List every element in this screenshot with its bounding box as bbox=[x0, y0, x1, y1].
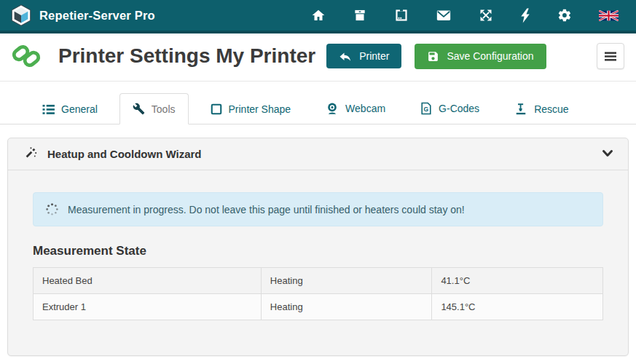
brand-home-link[interactable]: Repetier-Server Pro bbox=[10, 4, 155, 26]
page-title: Printer Settings My Printer bbox=[58, 44, 315, 68]
device-state-cell: Heating bbox=[261, 268, 432, 294]
measurement-state-table: Heated Bed Heating 41.1°C Extruder 1 Hea… bbox=[33, 267, 603, 320]
tab-webcam[interactable]: Webcam bbox=[313, 92, 399, 124]
square-outline-icon bbox=[211, 103, 222, 115]
save-configuration-button[interactable]: Save Configuration bbox=[415, 44, 546, 69]
tab-printer-shape[interactable]: Printer Shape bbox=[197, 94, 305, 124]
magic-wand-icon bbox=[24, 147, 37, 160]
device-name-cell: Extruder 1 bbox=[34, 294, 262, 320]
page-header: Printer Settings My Printer Printer Save… bbox=[0, 33, 636, 82]
wizard-panel-header[interactable]: Heatup and Cooldown Wizard bbox=[8, 138, 628, 170]
fullscreen-icon[interactable] bbox=[479, 8, 493, 23]
tab-rescue[interactable]: Rescue bbox=[501, 93, 581, 124]
hamburger-menu-icon bbox=[605, 52, 616, 61]
tools-wrench-icon bbox=[133, 103, 145, 115]
power-bolt-icon[interactable] bbox=[520, 8, 530, 23]
measurement-state-heading: Measurement State bbox=[33, 244, 603, 258]
heatup-cooldown-wizard-panel: Heatup and Cooldown Wizard bbox=[7, 138, 629, 356]
table-row: Extruder 1 Heating 145.1°C bbox=[34, 294, 603, 320]
wizard-panel-title: Heatup and Cooldown Wizard bbox=[47, 148, 202, 160]
gcode-file-icon: G bbox=[420, 102, 432, 115]
device-state-cell: Heating bbox=[261, 294, 432, 320]
context-menu-button[interactable] bbox=[597, 43, 624, 69]
archive-box-icon[interactable] bbox=[353, 8, 367, 23]
tab-webcam-label: Webcam bbox=[345, 103, 385, 114]
tab-general[interactable]: General bbox=[29, 94, 111, 124]
tab-printer-shape-label: Printer Shape bbox=[229, 103, 291, 115]
rescue-extruder-icon bbox=[514, 103, 527, 115]
spinner-icon bbox=[45, 202, 59, 216]
printer-button-label: Printer bbox=[359, 50, 389, 62]
tab-tools[interactable]: Tools bbox=[119, 93, 189, 124]
messages-icon[interactable] bbox=[436, 8, 452, 23]
settings-gear-icon[interactable] bbox=[557, 8, 572, 23]
top-navbar: Repetier-Server Pro bbox=[0, 0, 636, 33]
brand-name: Repetier-Server Pro bbox=[39, 9, 155, 23]
webcam-icon bbox=[326, 102, 339, 115]
chevron-down-icon[interactable] bbox=[602, 149, 613, 158]
tab-tools-label: Tools bbox=[152, 103, 176, 115]
measurement-progress-alert: Measurement in progress. Do not leave th… bbox=[33, 192, 603, 226]
save-button-label: Save Configuration bbox=[447, 50, 533, 62]
settings-tab-bar: General Tools Printer Shape Webcam G bbox=[0, 82, 636, 124]
list-icon bbox=[42, 104, 55, 115]
navbar-icon-menu bbox=[311, 8, 626, 23]
reply-arrow-icon bbox=[339, 50, 352, 62]
device-name-cell: Heated Bed bbox=[34, 268, 262, 294]
svg-text:G: G bbox=[424, 106, 429, 113]
printer-back-button[interactable]: Printer bbox=[326, 44, 401, 68]
home-icon[interactable] bbox=[311, 8, 326, 23]
tab-general-label: General bbox=[61, 103, 98, 115]
printer-link-chain-icon bbox=[10, 41, 42, 71]
wizard-panel-body: Measurement in progress. Do not leave th… bbox=[8, 170, 628, 320]
save-floppy-icon bbox=[427, 50, 439, 63]
tab-gcodes[interactable]: G G-Codes bbox=[407, 92, 492, 124]
device-temperature-cell: 145.1°C bbox=[432, 294, 603, 320]
repetier-logo-icon bbox=[10, 4, 32, 26]
measurement-progress-alert-text: Measurement in progress. Do not leave th… bbox=[68, 204, 465, 215]
table-row: Heated Bed Heating 41.1°C bbox=[34, 268, 603, 294]
tab-gcodes-label: G-Codes bbox=[439, 103, 479, 114]
device-temperature-cell: 41.1°C bbox=[432, 268, 603, 294]
tab-rescue-label: Rescue bbox=[534, 103, 568, 115]
language-flag-uk-icon[interactable] bbox=[599, 10, 619, 21]
print-queue-icon[interactable] bbox=[394, 8, 409, 23]
